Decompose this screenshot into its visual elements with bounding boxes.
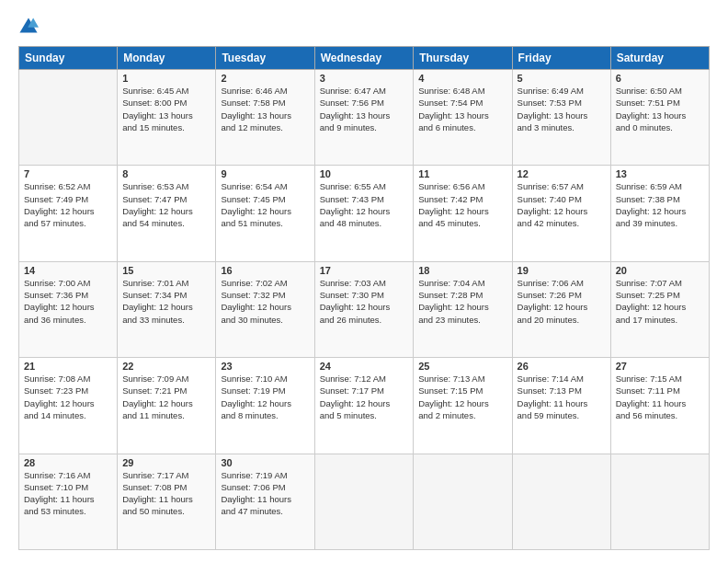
day-info: Sunrise: 7:14 AM Sunset: 7:13 PM Dayligh… — [518, 373, 606, 421]
calendar-cell: 15Sunrise: 7:01 AM Sunset: 7:34 PM Dayli… — [118, 261, 216, 357]
calendar-cell: 16Sunrise: 7:02 AM Sunset: 7:32 PM Dayli… — [216, 261, 314, 357]
day-number: 29 — [122, 457, 210, 468]
day-number: 17 — [320, 265, 409, 276]
day-info: Sunrise: 7:15 AM Sunset: 7:11 PM Dayligh… — [616, 373, 704, 421]
day-info: Sunrise: 6:45 AM Sunset: 8:00 PM Dayligh… — [122, 85, 210, 133]
day-info: Sunrise: 6:46 AM Sunset: 7:58 PM Dayligh… — [221, 85, 309, 133]
calendar-cell — [610, 454, 709, 549]
calendar-cell: 25Sunrise: 7:13 AM Sunset: 7:15 PM Dayli… — [414, 358, 512, 454]
calendar-cell: 26Sunrise: 7:14 AM Sunset: 7:13 PM Dayli… — [512, 358, 610, 454]
day-number: 25 — [418, 361, 506, 372]
weekday-header: Sunday — [19, 47, 118, 70]
calendar-cell: 28Sunrise: 7:16 AM Sunset: 7:10 PM Dayli… — [19, 454, 118, 549]
header — [18, 17, 710, 37]
day-info: Sunrise: 7:13 AM Sunset: 7:15 PM Dayligh… — [418, 373, 506, 421]
calendar-cell — [314, 454, 414, 549]
calendar-cell: 8Sunrise: 6:53 AM Sunset: 7:47 PM Daylig… — [118, 166, 216, 261]
day-info: Sunrise: 7:08 AM Sunset: 7:23 PM Dayligh… — [24, 373, 112, 421]
day-number: 21 — [24, 361, 112, 372]
day-number: 2 — [221, 73, 309, 84]
calendar-cell: 20Sunrise: 7:07 AM Sunset: 7:25 PM Dayli… — [610, 261, 709, 357]
calendar-cell: 12Sunrise: 6:57 AM Sunset: 7:40 PM Dayli… — [512, 166, 610, 261]
day-number: 16 — [221, 265, 309, 276]
day-info: Sunrise: 6:48 AM Sunset: 7:54 PM Dayligh… — [418, 85, 506, 133]
day-info: Sunrise: 7:17 AM Sunset: 7:08 PM Dayligh… — [122, 469, 210, 518]
calendar-week-row: 28Sunrise: 7:16 AM Sunset: 7:10 PM Dayli… — [19, 454, 710, 549]
weekday-header: Monday — [118, 47, 216, 70]
day-info: Sunrise: 7:16 AM Sunset: 7:10 PM Dayligh… — [24, 469, 112, 518]
calendar-cell: 3Sunrise: 6:47 AM Sunset: 7:56 PM Daylig… — [314, 70, 414, 166]
calendar-table: SundayMondayTuesdayWednesdayThursdayFrid… — [18, 46, 710, 550]
calendar-cell: 29Sunrise: 7:17 AM Sunset: 7:08 PM Dayli… — [118, 454, 216, 549]
day-info: Sunrise: 7:02 AM Sunset: 7:32 PM Dayligh… — [221, 277, 309, 326]
day-info: Sunrise: 6:52 AM Sunset: 7:49 PM Dayligh… — [24, 180, 112, 229]
day-info: Sunrise: 7:10 AM Sunset: 7:19 PM Dayligh… — [221, 373, 309, 421]
day-info: Sunrise: 6:49 AM Sunset: 7:53 PM Dayligh… — [518, 85, 606, 133]
calendar-cell: 22Sunrise: 7:09 AM Sunset: 7:21 PM Dayli… — [118, 358, 216, 454]
calendar-cell: 18Sunrise: 7:04 AM Sunset: 7:28 PM Dayli… — [414, 261, 512, 357]
calendar-cell: 10Sunrise: 6:55 AM Sunset: 7:43 PM Dayli… — [314, 166, 414, 261]
day-info: Sunrise: 6:54 AM Sunset: 7:45 PM Dayligh… — [221, 180, 309, 229]
day-info: Sunrise: 7:00 AM Sunset: 7:36 PM Dayligh… — [24, 277, 112, 326]
calendar-cell: 1Sunrise: 6:45 AM Sunset: 8:00 PM Daylig… — [118, 70, 216, 166]
day-info: Sunrise: 6:53 AM Sunset: 7:47 PM Dayligh… — [122, 180, 210, 229]
calendar-cell — [414, 454, 512, 549]
day-number: 5 — [518, 73, 606, 84]
day-number: 3 — [320, 73, 409, 84]
calendar-cell: 19Sunrise: 7:06 AM Sunset: 7:26 PM Dayli… — [512, 261, 610, 357]
page: SundayMondayTuesdayWednesdayThursdayFrid… — [0, 0, 728, 563]
logo-icon — [18, 17, 39, 37]
day-number: 11 — [418, 168, 506, 179]
weekday-header: Thursday — [414, 47, 512, 70]
day-number: 23 — [221, 361, 309, 372]
calendar-cell — [512, 454, 610, 549]
day-number: 8 — [122, 168, 210, 179]
day-number: 19 — [518, 265, 606, 276]
day-info: Sunrise: 7:19 AM Sunset: 7:06 PM Dayligh… — [221, 469, 309, 518]
weekday-header: Friday — [512, 47, 610, 70]
day-number: 4 — [418, 73, 506, 84]
day-number: 22 — [122, 361, 210, 372]
weekday-header: Saturday — [610, 47, 709, 70]
calendar-body: 1Sunrise: 6:45 AM Sunset: 8:00 PM Daylig… — [19, 70, 710, 550]
calendar-cell: 17Sunrise: 7:03 AM Sunset: 7:30 PM Dayli… — [314, 261, 414, 357]
day-info: Sunrise: 6:57 AM Sunset: 7:40 PM Dayligh… — [518, 180, 606, 229]
calendar-header: SundayMondayTuesdayWednesdayThursdayFrid… — [19, 47, 710, 70]
calendar-cell: 14Sunrise: 7:00 AM Sunset: 7:36 PM Dayli… — [19, 261, 118, 357]
day-info: Sunrise: 7:03 AM Sunset: 7:30 PM Dayligh… — [320, 277, 409, 326]
calendar-cell: 27Sunrise: 7:15 AM Sunset: 7:11 PM Dayli… — [610, 358, 709, 454]
header-row: SundayMondayTuesdayWednesdayThursdayFrid… — [19, 47, 710, 70]
calendar-cell: 2Sunrise: 6:46 AM Sunset: 7:58 PM Daylig… — [216, 70, 314, 166]
day-info: Sunrise: 7:04 AM Sunset: 7:28 PM Dayligh… — [418, 277, 506, 326]
calendar-week-row: 14Sunrise: 7:00 AM Sunset: 7:36 PM Dayli… — [19, 261, 710, 357]
calendar-cell — [19, 70, 118, 166]
day-number: 6 — [616, 73, 704, 84]
calendar-cell: 30Sunrise: 7:19 AM Sunset: 7:06 PM Dayli… — [216, 454, 314, 549]
day-number: 30 — [221, 457, 309, 468]
day-number: 27 — [616, 361, 704, 372]
day-info: Sunrise: 6:47 AM Sunset: 7:56 PM Dayligh… — [320, 85, 409, 133]
calendar-cell: 4Sunrise: 6:48 AM Sunset: 7:54 PM Daylig… — [414, 70, 512, 166]
logo — [18, 17, 40, 37]
day-number: 10 — [320, 168, 409, 179]
day-info: Sunrise: 6:50 AM Sunset: 7:51 PM Dayligh… — [616, 85, 704, 133]
day-info: Sunrise: 6:56 AM Sunset: 7:42 PM Dayligh… — [418, 180, 506, 229]
day-info: Sunrise: 7:01 AM Sunset: 7:34 PM Dayligh… — [122, 277, 210, 326]
day-number: 12 — [518, 168, 606, 179]
day-number: 15 — [122, 265, 210, 276]
calendar-cell: 11Sunrise: 6:56 AM Sunset: 7:42 PM Dayli… — [414, 166, 512, 261]
day-number: 28 — [24, 457, 112, 468]
calendar-cell: 24Sunrise: 7:12 AM Sunset: 7:17 PM Dayli… — [314, 358, 414, 454]
weekday-header: Wednesday — [314, 47, 414, 70]
day-number: 9 — [221, 168, 309, 179]
day-number: 18 — [418, 265, 506, 276]
calendar-week-row: 21Sunrise: 7:08 AM Sunset: 7:23 PM Dayli… — [19, 358, 710, 454]
day-number: 7 — [24, 168, 112, 179]
calendar-week-row: 7Sunrise: 6:52 AM Sunset: 7:49 PM Daylig… — [19, 166, 710, 261]
day-info: Sunrise: 6:59 AM Sunset: 7:38 PM Dayligh… — [616, 180, 704, 229]
day-info: Sunrise: 7:07 AM Sunset: 7:25 PM Dayligh… — [616, 277, 704, 326]
calendar-week-row: 1Sunrise: 6:45 AM Sunset: 8:00 PM Daylig… — [19, 70, 710, 166]
day-number: 1 — [122, 73, 210, 84]
day-number: 20 — [616, 265, 704, 276]
calendar-cell: 6Sunrise: 6:50 AM Sunset: 7:51 PM Daylig… — [610, 70, 709, 166]
